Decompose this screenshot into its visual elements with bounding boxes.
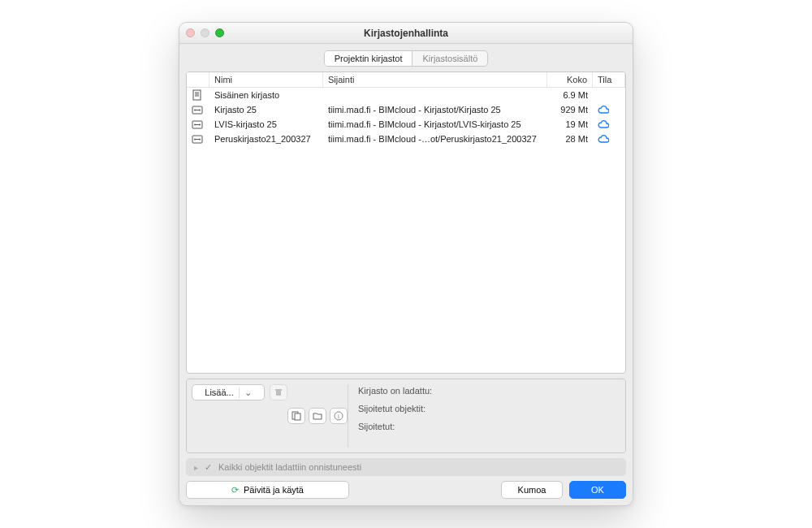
table-row[interactable]: Peruskirjasto21_200327tiimi.mad.fi - BIM… bbox=[187, 132, 625, 146]
row-size: 6.9 Mt bbox=[547, 90, 593, 100]
ok-button[interactable]: OK bbox=[569, 481, 626, 499]
info-loaded-label: Kirjasto on ladattu: bbox=[358, 386, 614, 396]
maximize-icon[interactable] bbox=[215, 28, 224, 37]
tab-project-libraries[interactable]: Projektin kirjastot bbox=[325, 51, 413, 66]
libraries-table: Nimi Sijainti Koko Tila Sisäinen kirjast… bbox=[186, 71, 626, 374]
svg-rect-11 bbox=[295, 413, 300, 420]
svg-text:i: i bbox=[338, 413, 339, 420]
row-name: Peruskirjasto21_200327 bbox=[209, 134, 323, 144]
svg-rect-0 bbox=[193, 90, 201, 100]
status-bar[interactable]: ▸ ✓ Kaikki objektit ladattiin onnistunee… bbox=[186, 458, 626, 476]
library-type-icon bbox=[187, 133, 209, 145]
table-row[interactable]: LVIS-kirjasto 25tiimi.mad.fi - BIMcloud … bbox=[187, 117, 625, 132]
library-type-icon bbox=[187, 104, 209, 115]
close-icon[interactable] bbox=[186, 28, 195, 37]
check-icon: ✓ bbox=[205, 462, 212, 473]
refresh-apply-button[interactable]: ⟳ Päivitä ja käytä bbox=[186, 481, 349, 499]
row-location: tiimi.mad.fi - BIMcloud - Kirjastot/Kirj… bbox=[323, 105, 547, 115]
col-status[interactable]: Tila bbox=[593, 72, 625, 87]
info-pane: Kirjasto on ladattu: Sijoitetut objektit… bbox=[348, 384, 620, 448]
col-name[interactable]: Nimi bbox=[209, 72, 323, 87]
duplicate-button[interactable] bbox=[287, 408, 305, 424]
library-type-icon bbox=[187, 119, 209, 130]
row-location: tiimi.mad.fi - BIMcloud -…ot/Peruskirjas… bbox=[323, 134, 547, 144]
footer: ⟳ Päivitä ja käytä Kumoa OK bbox=[186, 481, 626, 499]
info-button[interactable]: i bbox=[330, 408, 348, 424]
row-size: 28 Mt bbox=[547, 134, 593, 144]
info-placed-label: Sijoitetut: bbox=[358, 422, 614, 431]
tab-library-content[interactable]: Kirjastosisältö bbox=[412, 51, 487, 66]
col-location[interactable]: Sijainti bbox=[323, 72, 547, 87]
library-manager-window: Kirjastojenhallinta Projektin kirjastot … bbox=[179, 22, 633, 506]
row-location: tiimi.mad.fi - BIMcloud - Kirjastot/LVIS… bbox=[323, 119, 547, 129]
cloud-status-icon bbox=[593, 119, 625, 129]
cancel-button[interactable]: Kumoa bbox=[501, 481, 563, 499]
cloud-status-icon bbox=[593, 104, 625, 115]
row-name: Kirjasto 25 bbox=[209, 105, 323, 115]
remove-library-button bbox=[270, 384, 287, 400]
refresh-icon: ⟳ bbox=[231, 485, 239, 496]
table-header: Nimi Sijainti Koko Tila bbox=[187, 72, 625, 88]
col-size[interactable]: Koko bbox=[547, 72, 593, 87]
chevron-right-icon: ▸ bbox=[194, 463, 198, 472]
folder-settings-button[interactable] bbox=[309, 408, 326, 424]
chevron-down-icon: ⌄ bbox=[239, 387, 252, 398]
row-size: 19 Mt bbox=[547, 119, 593, 129]
table-row[interactable]: Sisäinen kirjasto6.9 Mt bbox=[187, 88, 625, 102]
cloud-status-icon bbox=[593, 133, 625, 144]
row-name: LVIS-kirjasto 25 bbox=[209, 119, 323, 129]
table-body: Sisäinen kirjasto6.9 MtKirjasto 25tiimi.… bbox=[187, 88, 625, 373]
lower-panel: Lisää... ⌄ i Kirjasto on ladat bbox=[186, 379, 626, 453]
titlebar[interactable]: Kirjastojenhallinta bbox=[179, 23, 633, 44]
tab-switcher: Projektin kirjastot Kirjastosisältö bbox=[324, 50, 489, 67]
library-type-icon bbox=[187, 89, 209, 101]
status-message: Kaikki objektit ladattiin onnistuneesti bbox=[218, 462, 361, 472]
window-controls bbox=[186, 28, 224, 37]
table-row[interactable]: Kirjasto 25tiimi.mad.fi - BIMcloud - Kir… bbox=[187, 102, 625, 117]
row-name: Sisäinen kirjasto bbox=[209, 90, 323, 100]
minimize-icon[interactable] bbox=[201, 28, 209, 37]
add-library-button[interactable]: Lisää... ⌄ bbox=[192, 384, 265, 400]
info-placed-objects-label: Sijoitetut objektit: bbox=[358, 404, 614, 413]
row-size: 929 Mt bbox=[547, 105, 593, 115]
window-title: Kirjastojenhallinta bbox=[179, 28, 633, 39]
